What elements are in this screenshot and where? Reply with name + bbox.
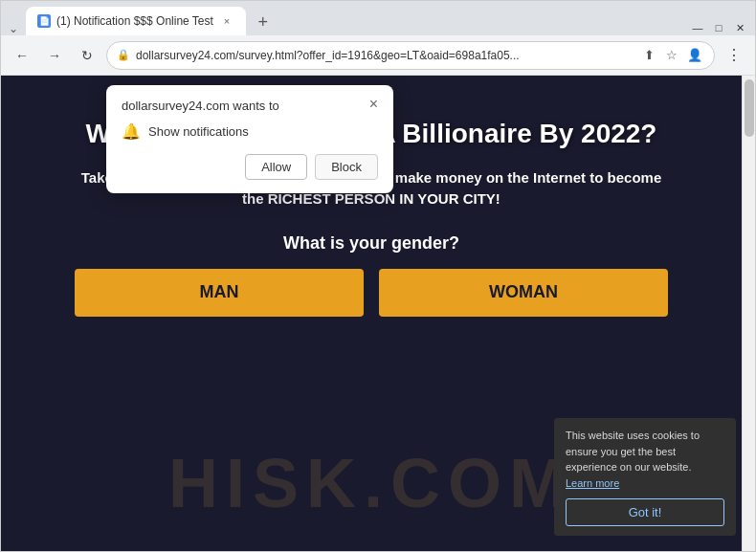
notification-permission-label: Show notifications	[148, 124, 249, 139]
minimize-button[interactable]: —	[690, 20, 705, 35]
notification-popup: dollarsurvey24.com wants to × 🔔 Show not…	[106, 85, 393, 193]
block-button[interactable]: Block	[315, 154, 378, 180]
browser-menu-button[interactable]: ⋮	[721, 42, 747, 69]
tab-label: (1) Notification $$$ Online Test	[56, 14, 213, 28]
lock-icon: 🔒	[117, 49, 130, 61]
browser-frame: ⌄ 📄 (1) Notification $$$ Online Test × +…	[0, 0, 756, 552]
man-button[interactable]: Man	[75, 269, 364, 317]
new-tab-button[interactable]: +	[250, 9, 277, 35]
maximize-button[interactable]: □	[711, 20, 726, 35]
address-bar-row: ← → ↻ 🔒 dollarsurvey24.com/survey.html?o…	[1, 35, 755, 76]
tab-close-icon[interactable]: ×	[219, 13, 234, 29]
woman-button[interactable]: Woman	[379, 269, 668, 317]
notification-action-buttons: Allow Block	[122, 154, 378, 180]
learn-more-link[interactable]: Learn more	[566, 477, 619, 489]
watermark: HISK.COM	[168, 444, 574, 522]
bell-icon: 🔔	[122, 122, 141, 141]
got-it-button[interactable]: Got it!	[566, 498, 724, 526]
window-chevron-icon: ⌄	[9, 22, 18, 35]
close-window-button[interactable]: ✕	[732, 20, 747, 35]
back-button[interactable]: ←	[9, 42, 35, 69]
notification-title: dollarsurvey24.com wants to	[122, 99, 279, 113]
forward-button[interactable]: →	[41, 42, 68, 69]
allow-button[interactable]: Allow	[245, 154, 307, 180]
cookie-banner: This website uses cookies to ensure you …	[554, 418, 736, 536]
notification-close-icon[interactable]: ×	[369, 97, 378, 112]
tab-bar: ⌄ 📄 (1) Notification $$$ Online Test × +…	[1, 1, 755, 35]
cookie-message: This website uses cookies to ensure you …	[566, 430, 700, 473]
page-content: est What Would Make You A Billionaire By…	[1, 76, 755, 551]
gender-buttons: Man Woman	[75, 269, 668, 317]
cookie-text: This website uses cookies to ensure you …	[566, 428, 724, 491]
account-icon[interactable]: 👤	[685, 46, 704, 65]
url-text: dollarsurvey24.com/survey.html?offer_id=…	[136, 49, 634, 62]
scrollbar[interactable]	[742, 76, 755, 551]
browser-tab[interactable]: 📄 (1) Notification $$$ Online Test ×	[26, 7, 246, 35]
notification-permission-row: 🔔 Show notifications	[122, 122, 378, 141]
notification-header: dollarsurvey24.com wants to ×	[122, 99, 378, 113]
refresh-button[interactable]: ↻	[74, 42, 100, 69]
address-bar[interactable]: 🔒 dollarsurvey24.com/survey.html?offer_i…	[106, 41, 715, 70]
tab-favicon-icon: 📄	[37, 14, 51, 28]
bookmark-icon[interactable]: ☆	[662, 46, 681, 65]
scrollbar-thumb[interactable]	[745, 79, 754, 137]
gender-question: What is your gender?	[283, 233, 459, 254]
share-icon[interactable]: ⬆	[639, 46, 658, 65]
